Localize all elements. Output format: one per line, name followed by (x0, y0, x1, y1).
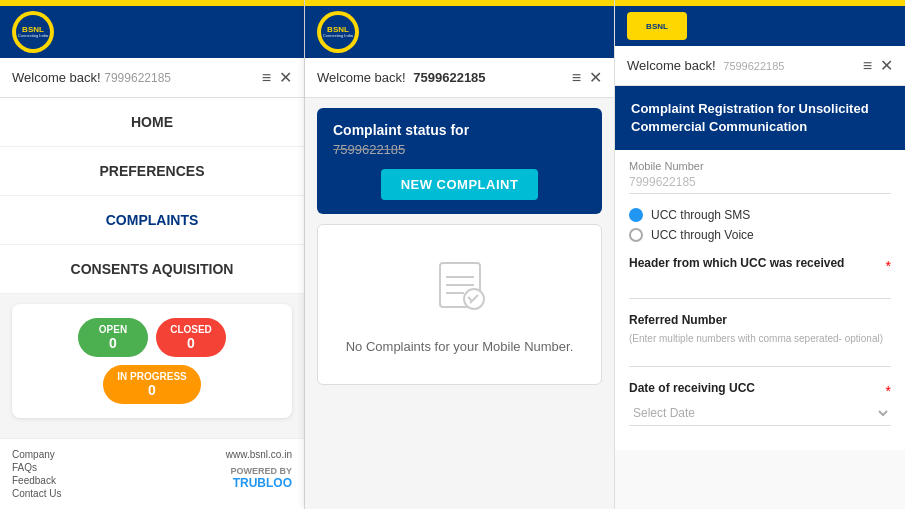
footer-section-1: Company FAQs Feedback Contact Us www.bsn… (0, 438, 304, 509)
header-ucc-field: Header from which UCC was received * (629, 256, 891, 299)
mobile-label: Mobile Number (629, 160, 891, 172)
ucc-type-radio-group: UCC through SMS UCC through Voice (629, 208, 891, 242)
nav-menu: HOME PREFERENCES COMPLAINTS CONSENTS AQU… (0, 98, 304, 294)
complaint-form-header: Complaint Registration for Unsolicited C… (615, 86, 905, 150)
radio-dot-voice (629, 228, 643, 242)
welcome-text-2: Welcome back! 7599622185 (317, 70, 486, 85)
phone-number-1: 7999622185 (104, 71, 171, 85)
referred-number-field: Referred Number (Enter multiple numbers … (629, 313, 891, 367)
radio-ucc-sms[interactable]: UCC through SMS (629, 208, 891, 222)
powered-by-label: POWERED BY (226, 466, 292, 476)
radio-ucc-voice[interactable]: UCC through Voice (629, 228, 891, 242)
radio-dot-sms (629, 208, 643, 222)
welcome-bar-3: Welcome back! 7599622185 ≡ ✕ (615, 46, 905, 86)
status-section: OPEN 0 CLOSED 0 IN PROGRESS 0 (12, 304, 292, 418)
panel-complaint-form: BSNL Welcome back! 7599622185 ≡ ✕ Compla… (615, 0, 905, 509)
no-complaints-section: No Complaints for your Mobile Number. (317, 224, 602, 385)
nav-complaints[interactable]: COMPLAINTS (0, 196, 304, 245)
panel-menu: BSNL Connecting India Welcome back! 7999… (0, 0, 305, 509)
hamburger-icon-1[interactable]: ≡ (262, 69, 271, 87)
bsnl-tagline-1: Connecting India (18, 34, 48, 39)
complaint-form-title: Complaint Registration for Unsolicited C… (631, 100, 889, 136)
header-bar-3: BSNL (615, 6, 905, 46)
bsnl-logo-1: BSNL Connecting India (12, 11, 54, 53)
date-select[interactable]: Select Date (629, 401, 891, 426)
phone-number-3: 7599622185 (723, 60, 784, 72)
bsnl-logo-2: BSNL Connecting India (317, 11, 359, 53)
footer-faqs: FAQs (12, 462, 61, 473)
mobile-value: 7999622185 (629, 175, 891, 194)
referred-number-input[interactable] (629, 344, 891, 367)
header-ucc-label: Header from which UCC was received (629, 256, 844, 270)
footer-links: Company FAQs Feedback Contact Us (12, 449, 61, 499)
trubloo-brand: TRUBLOO (226, 476, 292, 490)
mobile-number-field: Mobile Number 7999622185 (629, 160, 891, 194)
footer-feedback: Feedback (12, 475, 61, 486)
bsnl-logo-inner-2: BSNL Connecting India (321, 15, 355, 49)
required-star-header: * (886, 258, 891, 274)
date-label: Date of receiving UCC (629, 381, 755, 395)
panel-complaint-status: BSNL Connecting India Welcome back! 7599… (305, 0, 615, 509)
nav-consents[interactable]: CONSENTS AQUISITION (0, 245, 304, 294)
nav-home[interactable]: HOME (0, 98, 304, 147)
footer-company: Company (12, 449, 61, 460)
header-icons-2: ≡ ✕ (572, 68, 602, 87)
required-star-date: * (886, 383, 891, 399)
close-icon-3[interactable]: ✕ (880, 56, 893, 75)
header-ucc-input[interactable] (629, 276, 891, 299)
footer-contact: Contact Us (12, 488, 61, 499)
no-complaints-text: No Complaints for your Mobile Number. (346, 339, 574, 354)
welcome-text-1: Welcome back! 7999622185 (12, 70, 171, 85)
ucc-voice-label: UCC through Voice (651, 228, 754, 242)
hamburger-icon-2[interactable]: ≡ (572, 69, 581, 87)
badge-inprogress: IN PROGRESS 0 (103, 365, 200, 404)
header-icons-3: ≡ ✕ (863, 56, 893, 75)
bsnl-text-3: BSNL (646, 22, 668, 31)
referred-hint: (Enter multiple numbers with comma seper… (629, 333, 883, 344)
footer-website: www.bsnl.co.in (226, 449, 292, 460)
date-field: Date of receiving UCC * Select Date (629, 381, 891, 426)
footer-row-1: Company FAQs Feedback Contact Us www.bsn… (12, 449, 292, 499)
close-icon-2[interactable]: ✕ (589, 68, 602, 87)
header-bar-2: BSNL Connecting India (305, 6, 614, 58)
no-complaints-icon (430, 255, 490, 327)
badge-open: OPEN 0 (78, 318, 148, 357)
referred-label: Referred Number (629, 313, 883, 327)
bsnl-logo-inner-1: BSNL Connecting India (16, 15, 50, 49)
nav-preferences[interactable]: PREFERENCES (0, 147, 304, 196)
complaint-status-title: Complaint status for (333, 122, 586, 138)
welcome-bar-2: Welcome back! 7599622185 ≡ ✕ (305, 58, 614, 98)
header-bar-1: BSNL Connecting India (0, 6, 304, 58)
header-icons-1: ≡ ✕ (262, 68, 292, 87)
close-icon-1[interactable]: ✕ (279, 68, 292, 87)
complaint-status-header: Complaint status for 7599622185 NEW COMP… (317, 108, 602, 214)
complaint-form-body: Mobile Number 7999622185 UCC through SMS… (615, 150, 905, 450)
phone-number-2: 7599622185 (413, 70, 485, 85)
footer-right: www.bsnl.co.in POWERED BY TRUBLOO (226, 449, 292, 499)
complaint-status-number: 7599622185 (333, 142, 586, 157)
hamburger-icon-3[interactable]: ≡ (863, 57, 872, 75)
bsnl-tagline-2: Connecting India (323, 34, 353, 39)
ucc-sms-label: UCC through SMS (651, 208, 750, 222)
badge-closed: CLOSED 0 (156, 318, 226, 357)
status-badges: OPEN 0 CLOSED 0 IN PROGRESS 0 (26, 318, 278, 404)
bsnl-logo-3: BSNL (627, 12, 687, 40)
new-complaint-button[interactable]: NEW COMPLAINT (381, 169, 539, 200)
welcome-text-3: Welcome back! 7599622185 (627, 58, 784, 73)
welcome-bar-1: Welcome back! 7999622185 ≡ ✕ (0, 58, 304, 98)
